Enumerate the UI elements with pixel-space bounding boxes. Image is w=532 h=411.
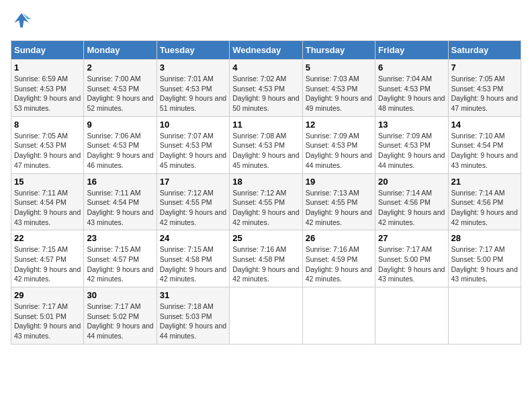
day-number: 2 [87, 62, 153, 73]
day-number: 10 [160, 120, 226, 130]
calendar-cell: 20 Sunrise: 7:14 AM Sunset: 4:56 PM Dayl… [375, 173, 448, 230]
calendar-cell: 26 Sunrise: 7:16 AM Sunset: 4:59 PM Dayl… [302, 230, 375, 287]
day-number: 20 [378, 177, 445, 187]
day-number: 6 [378, 62, 445, 73]
daylight-label: Daylight: 9 hours and 47 minutes. [451, 94, 518, 112]
day-number: 28 [451, 233, 518, 243]
sunrise-label: Sunrise: 7:17 AM [451, 245, 505, 253]
day-number: 17 [160, 177, 226, 187]
day-number: 31 [160, 290, 226, 300]
daylight-label: Daylight: 9 hours and 53 minutes. [14, 94, 81, 112]
sunset-label: Sunset: 4:54 PM [87, 198, 139, 206]
day-number: 13 [378, 120, 445, 130]
calendar-cell: 27 Sunrise: 7:17 AM Sunset: 5:00 PM Dayl… [375, 230, 448, 287]
calendar-cell: 2 Sunrise: 7:00 AM Sunset: 4:53 PM Dayli… [84, 60, 157, 117]
header-cell-saturday: Saturday [448, 41, 521, 60]
sunset-label: Sunset: 4:53 PM [160, 85, 212, 93]
sunrise-label: Sunrise: 7:09 AM [378, 132, 432, 140]
sunrise-label: Sunrise: 7:08 AM [232, 132, 286, 140]
sunset-label: Sunset: 4:58 PM [232, 255, 285, 263]
sunrise-label: Sunrise: 7:18 AM [160, 302, 214, 310]
calendar-cell: 28 Sunrise: 7:17 AM Sunset: 5:00 PM Dayl… [448, 230, 521, 287]
calendar-cell: 12 Sunrise: 7:09 AM Sunset: 4:53 PM Dayl… [302, 116, 375, 173]
daylight-label: Daylight: 9 hours and 44 minutes. [160, 322, 226, 340]
daylight-label: Daylight: 9 hours and 43 minutes. [14, 208, 81, 226]
daylight-label: Daylight: 9 hours and 42 minutes. [160, 208, 226, 226]
sunset-label: Sunset: 4:55 PM [306, 198, 358, 206]
calendar-cell: 14 Sunrise: 7:10 AM Sunset: 4:54 PM Dayl… [448, 116, 521, 173]
logo-icon [11, 11, 32, 32]
day-number: 25 [232, 233, 299, 243]
sunset-label: Sunset: 4:53 PM [87, 85, 139, 93]
sunrise-label: Sunrise: 7:13 AM [306, 189, 359, 197]
day-info: Sunrise: 7:08 AM Sunset: 4:53 PM Dayligh… [232, 131, 299, 171]
logo [11, 11, 36, 32]
sunset-label: Sunset: 5:03 PM [160, 312, 212, 320]
sunset-label: Sunset: 4:55 PM [160, 198, 212, 206]
calendar-cell: 8 Sunrise: 7:05 AM Sunset: 4:53 PM Dayli… [11, 116, 84, 173]
sunrise-label: Sunrise: 6:59 AM [14, 75, 68, 83]
calendar-table: SundayMondayTuesdayWednesdayThursdayFrid… [11, 40, 521, 345]
header-cell-tuesday: Tuesday [157, 41, 229, 60]
calendar-cell [375, 287, 448, 345]
day-number: 18 [232, 177, 299, 187]
calendar-cell: 22 Sunrise: 7:15 AM Sunset: 4:57 PM Dayl… [11, 230, 84, 287]
sunrise-label: Sunrise: 7:01 AM [160, 75, 214, 83]
daylight-label: Daylight: 9 hours and 42 minutes. [87, 265, 153, 283]
day-number: 5 [306, 62, 372, 73]
daylight-label: Daylight: 9 hours and 43 minutes. [378, 265, 445, 283]
daylight-label: Daylight: 9 hours and 42 minutes. [451, 208, 518, 226]
sunrise-label: Sunrise: 7:12 AM [160, 189, 214, 197]
sunset-label: Sunset: 4:53 PM [378, 141, 431, 149]
daylight-label: Daylight: 9 hours and 45 minutes. [232, 151, 299, 169]
sunrise-label: Sunrise: 7:17 AM [378, 245, 432, 253]
day-number: 24 [160, 233, 226, 243]
sunrise-label: Sunrise: 7:15 AM [160, 245, 214, 253]
sunrise-label: Sunrise: 7:14 AM [378, 189, 432, 197]
sunset-label: Sunset: 4:53 PM [232, 85, 285, 93]
sunset-label: Sunset: 4:54 PM [14, 198, 66, 206]
calendar-cell: 19 Sunrise: 7:13 AM Sunset: 4:55 PM Dayl… [302, 173, 375, 230]
day-info: Sunrise: 7:17 AM Sunset: 5:00 PM Dayligh… [378, 244, 445, 284]
calendar-cell: 25 Sunrise: 7:16 AM Sunset: 4:58 PM Dayl… [230, 230, 302, 287]
day-info: Sunrise: 7:15 AM Sunset: 4:57 PM Dayligh… [87, 244, 153, 284]
day-info: Sunrise: 7:12 AM Sunset: 4:55 PM Dayligh… [160, 188, 226, 228]
calendar-cell [448, 287, 521, 345]
day-info: Sunrise: 7:09 AM Sunset: 4:53 PM Dayligh… [306, 131, 372, 171]
sunrise-label: Sunrise: 7:11 AM [87, 189, 140, 197]
calendar-cell [230, 287, 302, 345]
day-info: Sunrise: 7:06 AM Sunset: 4:53 PM Dayligh… [87, 131, 153, 171]
day-info: Sunrise: 7:12 AM Sunset: 4:55 PM Dayligh… [232, 188, 299, 228]
day-number: 14 [451, 120, 518, 130]
sunrise-label: Sunrise: 7:16 AM [232, 245, 286, 253]
sunset-label: Sunset: 4:53 PM [14, 141, 66, 149]
calendar-cell: 21 Sunrise: 7:14 AM Sunset: 4:56 PM Dayl… [448, 173, 521, 230]
day-number: 21 [451, 177, 518, 187]
sunset-label: Sunset: 4:56 PM [451, 198, 504, 206]
calendar-cell: 7 Sunrise: 7:05 AM Sunset: 4:53 PM Dayli… [448, 60, 521, 117]
daylight-label: Daylight: 9 hours and 42 minutes. [232, 208, 299, 226]
week-row-2: 8 Sunrise: 7:05 AM Sunset: 4:53 PM Dayli… [11, 116, 521, 173]
sunrise-label: Sunrise: 7:12 AM [232, 189, 286, 197]
daylight-label: Daylight: 9 hours and 43 minutes. [87, 208, 153, 226]
day-info: Sunrise: 7:15 AM Sunset: 4:57 PM Dayligh… [14, 244, 81, 284]
calendar-cell: 9 Sunrise: 7:06 AM Sunset: 4:53 PM Dayli… [84, 116, 157, 173]
day-info: Sunrise: 7:10 AM Sunset: 4:54 PM Dayligh… [451, 131, 518, 171]
daylight-label: Daylight: 9 hours and 50 minutes. [232, 94, 299, 112]
day-number: 3 [160, 62, 226, 73]
header-row: SundayMondayTuesdayWednesdayThursdayFrid… [11, 41, 521, 60]
sunrise-label: Sunrise: 7:05 AM [451, 75, 505, 83]
sunrise-label: Sunrise: 7:11 AM [14, 189, 68, 197]
sunset-label: Sunset: 4:55 PM [232, 198, 285, 206]
sunset-label: Sunset: 5:00 PM [378, 255, 431, 263]
day-number: 1 [14, 62, 81, 73]
sunset-label: Sunset: 4:53 PM [451, 85, 504, 93]
calendar-cell: 17 Sunrise: 7:12 AM Sunset: 4:55 PM Dayl… [157, 173, 229, 230]
sunrise-label: Sunrise: 7:09 AM [306, 132, 359, 140]
calendar-cell: 24 Sunrise: 7:15 AM Sunset: 4:58 PM Dayl… [157, 230, 229, 287]
day-number: 30 [87, 290, 153, 300]
header-cell-wednesday: Wednesday [230, 41, 302, 60]
calendar-cell: 30 Sunrise: 7:17 AM Sunset: 5:02 PM Dayl… [84, 287, 157, 345]
day-info: Sunrise: 7:15 AM Sunset: 4:58 PM Dayligh… [160, 244, 226, 284]
header-cell-friday: Friday [375, 41, 448, 60]
